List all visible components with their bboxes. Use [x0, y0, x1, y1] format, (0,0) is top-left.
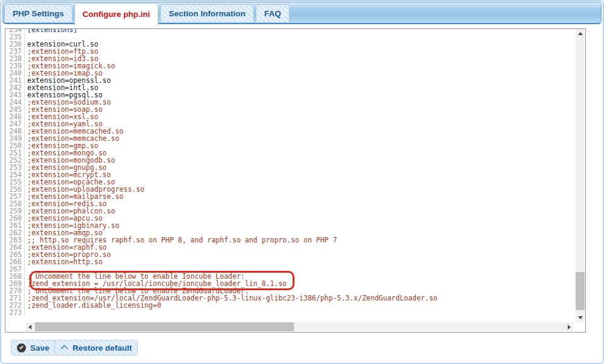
triangle-down-icon: [578, 316, 583, 319]
line-text: [extensions]: [25, 28, 77, 33]
tab-faq[interactable]: FAQ: [256, 4, 290, 23]
save-button[interactable]: ✔ Save: [11, 340, 56, 356]
vertical-scroll-thumb[interactable]: [576, 272, 585, 310]
chevron-up-icon: [60, 345, 68, 353]
code-line: 273: [5, 309, 438, 316]
horizontal-scroll-thumb[interactable]: [35, 322, 294, 331]
scroll-up-arrow-button[interactable]: [576, 29, 585, 38]
line-number: 273: [5, 309, 25, 316]
tab-configure-php-ini[interactable]: Configure php.ini: [74, 3, 159, 25]
save-check-icon: ✔: [17, 343, 26, 353]
line-text: [25, 309, 27, 316]
code-line: 272;zend_loader.disable_licensing=0: [5, 302, 438, 309]
php-settings-panel: PHP SettingsConfigure php.iniSection Inf…: [0, 0, 604, 364]
horizontal-scrollbar[interactable]: [25, 322, 574, 331]
restore-button-label: Restore default: [73, 343, 132, 353]
tab-php-settings[interactable]: PHP Settings: [4, 4, 73, 23]
triangle-up-icon: [578, 32, 583, 35]
scroll-right-arrow-button[interactable]: [565, 322, 574, 331]
tab-section-information[interactable]: Section Information: [160, 4, 254, 23]
scroll-left-arrow-button[interactable]: [25, 322, 34, 331]
code-line: 234[extensions]: [5, 28, 438, 33]
triangle-right-icon: [568, 325, 571, 330]
line-text: ;extension=http.so: [25, 258, 103, 265]
vertical-scrollbar[interactable]: [576, 29, 585, 322]
code-lines: 234[extensions]235236extension=curl.so23…: [5, 28, 438, 316]
code-line: 266;extension=http.so: [5, 258, 438, 265]
tab-bar: PHP SettingsConfigure php.iniSection Inf…: [4, 3, 290, 25]
line-text: ;zend_loader.disable_licensing=0: [25, 302, 161, 309]
restore-default-button[interactable]: Restore default: [54, 340, 138, 356]
php-ini-editor[interactable]: 234[extensions]235236extension=curl.so23…: [5, 28, 586, 333]
triangle-left-icon: [28, 325, 31, 330]
check-glyph: ✔: [19, 345, 24, 351]
scroll-down-arrow-button[interactable]: [576, 313, 585, 322]
save-button-label: Save: [30, 343, 50, 353]
